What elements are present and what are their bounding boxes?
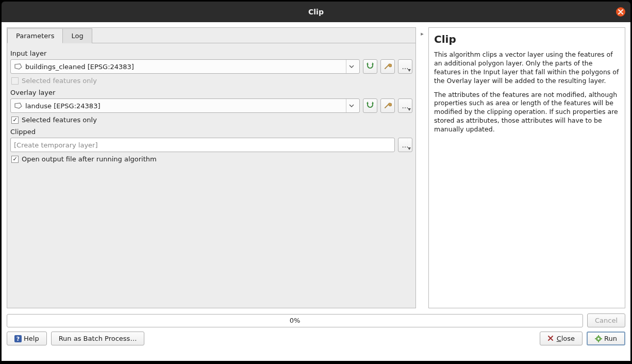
- parameters-body: Input layer buildings_cleaned [EPSG:2438…: [7, 43, 415, 308]
- run-button-label: Run: [604, 335, 617, 342]
- open-output-row: ✓ Open output file after running algorit…: [11, 155, 412, 163]
- input-layer-row: buildings_cleaned [EPSG:24383]: [10, 59, 412, 74]
- overlay-selected-only-row: ✓ Selected features only: [11, 116, 412, 124]
- close-button[interactable]: Close: [540, 332, 583, 345]
- input-selected-only-label: Selected features only: [22, 77, 97, 85]
- help-paragraph-2: The attributes of the features are not m…: [434, 91, 620, 134]
- overlay-layer-label: Overlay layer: [10, 89, 412, 96]
- progress-bar: 0%: [7, 314, 583, 327]
- clipped-output-input[interactable]: [Create temporary layer]: [10, 138, 395, 152]
- more-icon[interactable]: …: [398, 138, 412, 152]
- input-layer-label: Input layer: [10, 49, 412, 57]
- close-button-label: Close: [557, 335, 575, 342]
- help-title: Clip: [434, 33, 620, 45]
- open-output-label: Open output file after running algorithm: [22, 155, 157, 163]
- more-icon[interactable]: …: [398, 59, 412, 74]
- wrench-icon[interactable]: [380, 98, 395, 113]
- help-paragraph-1: This algorithm clips a vector layer usin…: [434, 51, 620, 86]
- help-pane: Clip This algorithm clips a vector layer…: [428, 27, 625, 308]
- cancel-button: Cancel: [587, 313, 625, 327]
- overlay-selected-only-checkbox[interactable]: ✓: [11, 117, 19, 124]
- chevron-down-icon: [346, 99, 356, 112]
- close-x-icon: [547, 335, 555, 342]
- svg-point-3: [597, 338, 600, 340]
- main-columns: Parameters Log Input layer buildings_cle…: [7, 27, 625, 308]
- help-button-label: Help: [24, 335, 39, 342]
- polygon-layer-icon: [14, 63, 22, 70]
- close-icon[interactable]: [616, 7, 625, 16]
- input-selected-only-checkbox: [11, 77, 19, 85]
- run-button[interactable]: Run: [587, 332, 625, 345]
- window-title: Clip: [308, 8, 324, 16]
- input-selected-only-row: Selected features only: [11, 77, 412, 85]
- tab-bar: Parameters Log: [7, 28, 415, 43]
- wrench-icon[interactable]: [380, 59, 395, 74]
- progress-row: 0% Cancel: [7, 313, 625, 327]
- input-layer-value: buildings_cleaned [EPSG:24383]: [25, 63, 344, 71]
- overlay-layer-value: landuse [EPSG:24383]: [25, 102, 344, 110]
- parameters-pane: Parameters Log Input layer buildings_cle…: [7, 27, 416, 308]
- clipped-row: [Create temporary layer] …: [10, 138, 412, 152]
- polygon-layer-icon: [14, 103, 22, 109]
- reload-icon[interactable]: [363, 59, 377, 74]
- collapse-handle[interactable]: ▸: [419, 27, 425, 308]
- help-icon: ?: [14, 335, 22, 342]
- more-icon[interactable]: …: [398, 98, 412, 113]
- chevron-down-icon: [346, 60, 356, 73]
- tab-parameters[interactable]: Parameters: [7, 28, 63, 43]
- tab-log[interactable]: Log: [62, 28, 92, 43]
- overlay-selected-only-label: Selected features only: [22, 116, 97, 124]
- reload-icon[interactable]: [363, 98, 377, 113]
- help-button[interactable]: ? Help: [7, 332, 47, 345]
- titlebar: Clip: [2, 2, 630, 22]
- gear-run-icon: [595, 335, 602, 342]
- dialog-content: Parameters Log Input layer buildings_cle…: [2, 22, 630, 361]
- svg-text:?: ?: [16, 336, 20, 342]
- input-layer-combo[interactable]: buildings_cleaned [EPSG:24383]: [10, 59, 360, 74]
- button-row: ? Help Run as Batch Process… Close Run: [7, 332, 625, 345]
- open-output-checkbox[interactable]: ✓: [11, 156, 19, 163]
- batch-button[interactable]: Run as Batch Process…: [51, 332, 145, 345]
- clipped-label: Clipped: [10, 128, 412, 136]
- overlay-layer-combo[interactable]: landuse [EPSG:24383]: [10, 98, 360, 113]
- overlay-layer-row: landuse [EPSG:24383] …: [10, 98, 412, 113]
- dialog-window: Clip Parameters Log Input layer: [0, 0, 632, 364]
